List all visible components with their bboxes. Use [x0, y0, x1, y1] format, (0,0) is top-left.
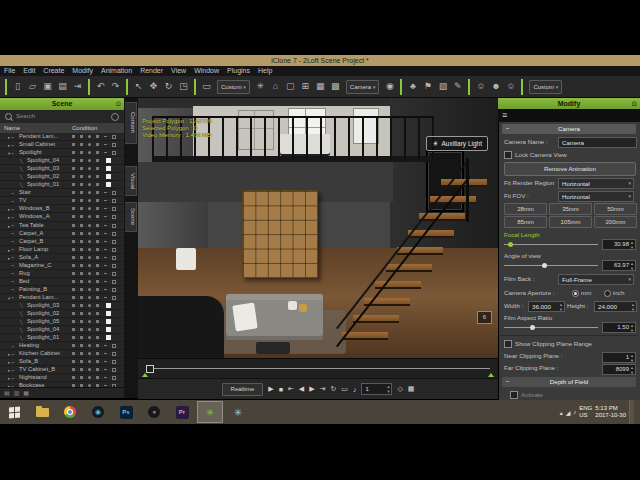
condition-icon[interactable]	[72, 151, 75, 154]
aperture-mm-radio[interactable]	[572, 290, 579, 297]
scene-item-pendant-lam-[interactable]: ▾▪Pendant Lam...	[0, 294, 124, 302]
condition-icon[interactable]	[88, 352, 91, 355]
frame-number-input[interactable]: 1▲▼	[361, 383, 392, 395]
condition-icon[interactable]	[96, 344, 99, 347]
expand-icon[interactable]: ▾	[8, 150, 10, 157]
go-end-button[interactable]: ⇥	[320, 385, 326, 393]
condition-icon[interactable]	[112, 248, 116, 252]
scene-item-spotlight-01[interactable]: ╲Spotlight_01	[0, 181, 124, 189]
condition-icon[interactable]	[96, 240, 99, 243]
condition-icon[interactable]	[96, 224, 99, 227]
condition-icon[interactable]	[88, 288, 91, 291]
expand-icon[interactable]: ▸	[8, 351, 10, 358]
fit-region-dropdown[interactable]: Horizontal▾	[558, 178, 634, 189]
scene-item-tea-table[interactable]: ▸▪Tea Table	[0, 222, 124, 230]
condition-icon[interactable]	[88, 215, 91, 218]
width-input[interactable]: 36.000▲▼	[528, 301, 565, 312]
condition-icon[interactable]	[72, 159, 75, 162]
condition-icon[interactable]	[72, 352, 75, 355]
network-icon[interactable]: ◢	[566, 409, 571, 416]
condition-icon[interactable]	[80, 175, 83, 178]
next-frame-button[interactable]: ▶	[309, 385, 314, 393]
condition-icon[interactable]	[104, 192, 107, 193]
film-back-dropdown[interactable]: Full-Frame▾	[558, 274, 634, 285]
show-desktop-button[interactable]	[629, 400, 634, 424]
condition-icon[interactable]	[88, 151, 91, 154]
condition-icon[interactable]	[112, 224, 116, 228]
condition-icon[interactable]	[88, 360, 91, 363]
light-color-swatch[interactable]	[106, 174, 111, 179]
condition-icon[interactable]	[112, 288, 116, 292]
light-color-swatch[interactable]	[106, 166, 111, 171]
condition-icon[interactable]	[112, 376, 116, 380]
scene-item-magazine-c[interactable]: ▪Magazine_C	[0, 262, 124, 270]
scale-icon[interactable]: ◳	[176, 79, 191, 94]
dof-collapse-icon[interactable]: −	[506, 377, 510, 387]
focal-length-value[interactable]: 30.98▲▼	[602, 239, 636, 250]
condition-icon[interactable]	[72, 264, 75, 267]
condition-icon[interactable]	[88, 191, 91, 194]
scene-item-spotlight-03[interactable]: ╲Spotlight_03	[0, 302, 124, 310]
condition-icon[interactable]	[72, 328, 75, 331]
expand-icon[interactable]: ▸	[8, 214, 10, 221]
condition-icon[interactable]	[96, 215, 99, 218]
condition-icon[interactable]	[96, 264, 99, 267]
condition-icon[interactable]	[80, 336, 83, 339]
condition-icon[interactable]	[72, 167, 75, 170]
scene-item-spotlight-01[interactable]: ╲Spotlight_01	[0, 334, 124, 342]
menu-file[interactable]: File	[0, 66, 19, 76]
light-color-swatch[interactable]	[106, 182, 111, 187]
condition-icon[interactable]	[88, 232, 91, 235]
clock[interactable]: 5:13 PM2017-10-30	[595, 405, 626, 419]
condition-icon[interactable]	[96, 175, 99, 178]
condition-icon[interactable]	[104, 289, 107, 290]
expand-icon[interactable]: ▸	[8, 223, 10, 230]
light-color-swatch[interactable]	[106, 311, 111, 316]
condition-icon[interactable]	[104, 297, 107, 298]
condition-icon[interactable]	[96, 151, 99, 154]
film-aspect-ratio-slider[interactable]	[504, 327, 598, 328]
condition-icon[interactable]	[72, 199, 75, 202]
lens-105mm-button[interactable]: 105mm	[549, 216, 592, 228]
new-doc-icon[interactable]: ▯	[10, 79, 25, 94]
condition-icon[interactable]	[96, 207, 99, 210]
flag-icon[interactable]: ⚑	[420, 79, 435, 94]
3d-viewport[interactable]: Project Polygon : 1162736Selected Polygo…	[138, 98, 498, 358]
menu-render[interactable]: Render	[136, 66, 167, 76]
scene-item-pendant-lam-[interactable]: ▸▪Pendant Lam...	[0, 133, 124, 141]
angle-of-view-value[interactable]: 63.97▲▼	[602, 260, 636, 271]
scene-item-small-cabinet[interactable]: ▸▪Small Cabinet	[0, 141, 124, 149]
menu-animation[interactable]: Animation	[97, 66, 136, 76]
condition-icon[interactable]	[104, 345, 107, 346]
focal-length-slider[interactable]	[504, 244, 598, 245]
condition-icon[interactable]	[88, 183, 91, 186]
condition-icon[interactable]	[104, 249, 107, 250]
condition-icon[interactable]	[80, 232, 83, 235]
condition-icon[interactable]	[96, 143, 99, 146]
condition-icon[interactable]	[104, 265, 107, 266]
condition-icon[interactable]	[72, 288, 75, 291]
near-clipping-value[interactable]: 1▲▼	[602, 352, 636, 363]
condition-icon[interactable]	[88, 328, 91, 331]
scene-options-icon[interactable]: ⊙	[115, 98, 121, 110]
condition-icon[interactable]	[88, 376, 91, 379]
condition-icon[interactable]	[72, 336, 75, 339]
condition-icon[interactable]	[72, 207, 75, 210]
condition-icon[interactable]	[80, 256, 83, 259]
condition-icon[interactable]	[104, 152, 107, 153]
condition-icon[interactable]	[72, 248, 75, 251]
condition-icon[interactable]	[88, 248, 91, 251]
column-condition[interactable]: Condition	[72, 123, 97, 133]
condition-icon[interactable]	[88, 312, 91, 315]
condition-icon[interactable]	[112, 207, 116, 211]
condition-icon[interactable]	[80, 264, 83, 267]
condition-icon[interactable]	[72, 320, 75, 323]
condition-icon[interactable]	[112, 360, 116, 364]
condition-icon[interactable]	[88, 320, 91, 323]
camera-section-bar[interactable]: − Camera	[502, 124, 636, 134]
condition-icon[interactable]	[112, 296, 116, 300]
select-icon[interactable]: ↖	[131, 79, 146, 94]
condition-icon[interactable]	[112, 135, 116, 139]
scene-item-sofa-b[interactable]: ▸▪Sofa_B	[0, 358, 124, 366]
scene-item-carpet-a[interactable]: ▪Carpet_A	[0, 230, 124, 238]
